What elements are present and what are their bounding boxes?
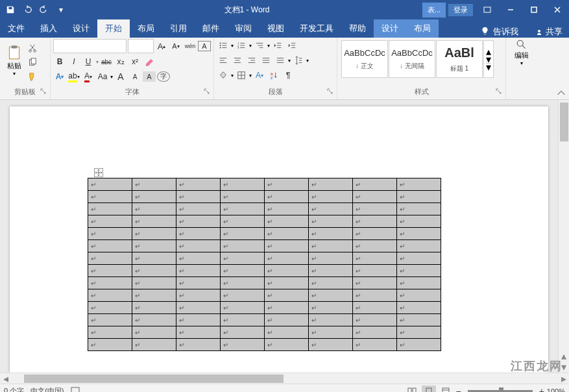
table-cell[interactable]: ↵	[132, 178, 176, 191]
tab-insert[interactable]: 插入	[32, 19, 65, 38]
table-cell[interactable]: ↵	[397, 215, 441, 228]
table-cell[interactable]: ↵	[397, 191, 441, 203]
table-cell[interactable]: ↵	[265, 326, 309, 339]
table-cell[interactable]: ↵	[309, 215, 353, 228]
table-cell[interactable]: ↵	[397, 277, 441, 289]
table-cell[interactable]: ↵	[309, 228, 353, 240]
table-cell[interactable]: ↵	[88, 289, 132, 302]
table-cell[interactable]: ↵	[221, 252, 265, 265]
table-cell[interactable]: ↵	[132, 203, 176, 215]
table-cell[interactable]: ↵	[353, 302, 397, 314]
dialog-launcher-icon[interactable]	[494, 88, 503, 97]
style-normal[interactable]: AaBbCcDc↓ 正文	[341, 40, 388, 78]
qat-customize-icon[interactable]: ▾	[53, 2, 69, 18]
minimize-icon[interactable]	[499, 0, 522, 19]
cut-icon[interactable]	[26, 42, 39, 55]
table-cell[interactable]: ↵	[397, 228, 441, 240]
table-cell[interactable]: ↵	[176, 339, 221, 351]
table-cell[interactable]: ↵	[88, 215, 132, 228]
table-cell[interactable]: ↵	[88, 326, 132, 339]
table-cell[interactable]: ↵	[132, 191, 176, 203]
table-cell[interactable]: ↵	[176, 265, 221, 277]
scrollbar-horizontal[interactable]: ◂ ▸	[0, 373, 569, 384]
underline-button[interactable]: U	[82, 55, 95, 68]
superscript-button[interactable]: x²	[128, 55, 141, 68]
paste-button[interactable]: 粘贴 ▾	[3, 39, 26, 82]
dialog-launcher-icon[interactable]	[202, 88, 211, 97]
table-cell[interactable]: ↵	[309, 178, 353, 191]
save-icon[interactable]	[3, 2, 18, 18]
align-left-icon[interactable]	[217, 54, 230, 67]
table-cell[interactable]: ↵	[265, 314, 309, 326]
enclose-char-icon[interactable]: 字	[157, 71, 170, 82]
table-cell[interactable]: ↵	[397, 203, 441, 215]
table-cell[interactable]: ↵	[309, 289, 353, 302]
collapse-ribbon-icon[interactable]	[556, 88, 566, 98]
scroll-down-icon[interactable]: ▾	[559, 361, 569, 373]
table-cell[interactable]: ↵	[309, 326, 353, 339]
table-cell[interactable]: ↵	[353, 203, 397, 215]
font-size-selector[interactable]	[128, 39, 154, 53]
table-cell[interactable]: ↵	[265, 339, 309, 351]
table-cell[interactable]: ↵	[88, 240, 132, 252]
table-cell[interactable]: ↵	[132, 277, 176, 289]
grow-font2-icon[interactable]: A	[114, 70, 127, 83]
tab-references[interactable]: 引用	[162, 19, 195, 38]
share-button[interactable]: 共享	[535, 26, 563, 38]
scroll-right-icon[interactable]: ▸	[558, 373, 569, 384]
italic-button[interactable]: I	[67, 55, 80, 68]
bullets-icon[interactable]	[217, 39, 230, 52]
read-mode-icon[interactable]	[405, 386, 419, 393]
table-cell[interactable]: ↵	[88, 302, 132, 314]
table-cell[interactable]: ↵	[397, 339, 441, 351]
tab-review[interactable]: 审阅	[227, 19, 260, 38]
tab-ctx-layout[interactable]: 布局	[406, 19, 439, 38]
subscript-button[interactable]: x₂	[114, 55, 127, 68]
page[interactable]: ↵↵↵↵↵↵↵↵↵↵↵↵↵↵↵↵↵↵↵↵↵↵↵↵↵↵↵↵↵↵↵↵↵↵↵↵↵↵↵↵…	[10, 106, 548, 373]
strikethrough-button[interactable]: abc	[100, 55, 113, 68]
table-cell[interactable]: ↵	[353, 326, 397, 339]
sort-icon[interactable]: AZ	[267, 69, 280, 82]
maximize-icon[interactable]	[522, 0, 546, 19]
table-cell[interactable]: ↵	[397, 289, 441, 302]
table-cell[interactable]: ↵	[353, 228, 397, 240]
table-cell[interactable]: ↵	[309, 252, 353, 265]
line-spacing-icon[interactable]	[292, 54, 305, 67]
styles-more-icon[interactable]: ▴▾▾	[483, 40, 494, 78]
table-cell[interactable]: ↵	[265, 203, 309, 215]
table-cell[interactable]: ↵	[265, 289, 309, 302]
align-right-icon[interactable]	[245, 54, 258, 67]
word-count[interactable]: 0 个字	[4, 386, 24, 392]
table-cell[interactable]: ↵	[221, 228, 265, 240]
justify-icon[interactable]	[260, 54, 272, 67]
tab-mailings[interactable]: 邮件	[195, 19, 227, 38]
table-cell[interactable]: ↵	[88, 339, 132, 351]
scrollbar-vertical[interactable]: ▴ ▾	[558, 100, 569, 373]
phonetic-guide-icon[interactable]: wén	[184, 40, 197, 53]
table-cell[interactable]: ↵	[265, 240, 309, 252]
format-painter-icon[interactable]	[26, 70, 39, 83]
dialog-launcher-icon[interactable]	[326, 88, 334, 97]
table-cell[interactable]: ↵	[265, 302, 309, 314]
table-cell[interactable]: ↵	[397, 178, 441, 191]
font-color-icon[interactable]: A▾	[82, 70, 95, 83]
clear-formatting-icon[interactable]	[143, 55, 156, 68]
table-cell[interactable]: ↵	[176, 302, 221, 314]
table-cell[interactable]: ↵	[309, 302, 353, 314]
char-border-icon[interactable]: A	[198, 41, 211, 51]
scroll-thumb-v[interactable]	[560, 103, 568, 141]
table-cell[interactable]: ↵	[132, 252, 176, 265]
grow-font-icon[interactable]: A▴	[155, 40, 168, 53]
table-cell[interactable]: ↵	[221, 265, 265, 277]
table-cell[interactable]: ↵	[353, 191, 397, 203]
table-cell[interactable]: ↵	[265, 215, 309, 228]
multilevel-list-icon[interactable]	[253, 39, 266, 52]
shading-icon[interactable]	[217, 69, 230, 82]
scroll-thumb-h[interactable]	[24, 374, 284, 383]
language-status[interactable]: 中文(中国)	[30, 386, 64, 392]
table-cell[interactable]: ↵	[397, 265, 441, 277]
close-icon[interactable]	[546, 0, 569, 19]
table-cell[interactable]: ↵	[176, 289, 221, 302]
table-cell[interactable]: ↵	[265, 191, 309, 203]
table-cell[interactable]: ↵	[353, 265, 397, 277]
